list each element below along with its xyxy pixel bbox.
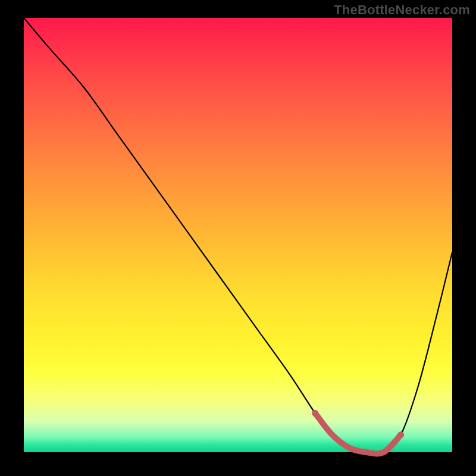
optimal-range-dot	[312, 410, 318, 416]
optimal-range-dot	[397, 431, 404, 438]
chart-frame: TheBottleNecker.com	[0, 0, 476, 476]
watermark-text: TheBottleNecker.com	[334, 2, 470, 18]
optimal-range-highlight	[315, 413, 401, 453]
plot-area	[24, 18, 452, 452]
chart-overlay	[24, 18, 452, 452]
bottleneck-curve	[24, 18, 452, 453]
